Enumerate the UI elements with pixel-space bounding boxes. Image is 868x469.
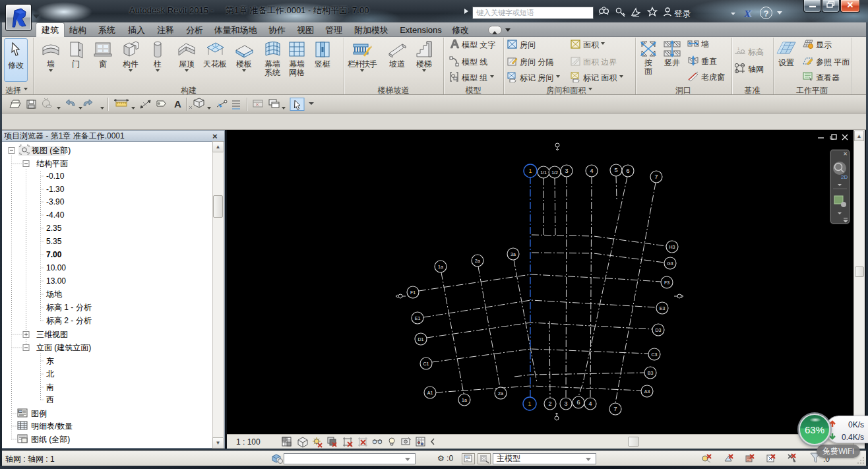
svg-text:结构平面: 结构平面 [36, 159, 68, 168]
svg-text:5.35: 5.35 [46, 237, 62, 246]
svg-text:1a: 1a [438, 265, 443, 269]
svg-text:标高 2 - 分析: 标高 2 - 分析 [46, 316, 92, 325]
svg-text:图例: 图例 [31, 409, 47, 418]
svg-text:7.00: 7.00 [46, 250, 62, 259]
svg-text:F3: F3 [664, 280, 669, 285]
svg-text:6: 6 [576, 399, 580, 406]
svg-text:A1: A1 [427, 391, 433, 395]
svg-text:2D: 2D [841, 174, 848, 180]
svg-text:1: 1 [528, 168, 532, 174]
svg-text:-0.10: -0.10 [46, 172, 65, 181]
svg-text:E1: E1 [415, 316, 421, 321]
svg-text:东: 东 [46, 356, 54, 365]
svg-text:5: 5 [614, 167, 617, 173]
svg-text:1/2: 1/2 [551, 170, 558, 175]
svg-text:D3: D3 [656, 328, 662, 332]
svg-text:B3: B3 [648, 371, 654, 375]
svg-text:C3: C3 [652, 352, 658, 357]
svg-text:1/1: 1/1 [540, 170, 547, 175]
svg-text:场地: 场地 [46, 290, 63, 299]
svg-text:D1: D1 [418, 337, 424, 342]
svg-text:E3: E3 [660, 306, 666, 311]
svg-text:2: 2 [548, 400, 551, 407]
svg-text:X: X [743, 9, 751, 19]
svg-text:F1: F1 [410, 290, 416, 295]
svg-text:1a: 1a [462, 398, 467, 402]
svg-text:明细表/数量: 明细表/数量 [31, 422, 73, 431]
svg-text:三维视图: 三维视图 [36, 330, 68, 339]
svg-text:-3.90: -3.90 [46, 197, 65, 206]
svg-text:3: 3 [565, 168, 568, 174]
svg-text:登录: 登录 [674, 9, 691, 18]
svg-text:13.00: 13.00 [46, 276, 66, 286]
svg-text:1: 1 [737, 47, 740, 51]
svg-text:3: 3 [564, 400, 567, 407]
svg-text:4: 4 [588, 400, 592, 407]
svg-text:6: 6 [626, 168, 629, 174]
svg-text:2a: 2a [498, 391, 503, 396]
svg-text:视图 (全部): 视图 (全部) [31, 146, 71, 155]
svg-text:南: 南 [46, 383, 54, 392]
svg-text:A3: A3 [644, 389, 650, 394]
svg-text:H3: H3 [669, 245, 675, 249]
svg-text:4: 4 [590, 168, 593, 174]
svg-text:10.00: 10.00 [46, 263, 66, 272]
svg-text:2.35: 2.35 [46, 224, 62, 233]
svg-text:7: 7 [613, 406, 617, 412]
svg-text:3a: 3a [511, 252, 516, 257]
svg-text:0K/s: 0K/s [848, 420, 864, 429]
svg-text:西: 西 [46, 395, 54, 404]
svg-text:A: A [174, 98, 181, 109]
svg-text:立面 (建筑立面): 立面 (建筑立面) [36, 343, 91, 352]
svg-text:标高 1 - 分析: 标高 1 - 分析 [46, 303, 92, 312]
svg-text:北: 北 [46, 369, 54, 379]
svg-text:2a: 2a [475, 259, 480, 263]
svg-text:1: 1 [528, 400, 531, 407]
svg-text:C1: C1 [423, 361, 429, 366]
svg-text:图纸 (全部): 图纸 (全部) [31, 435, 70, 444]
svg-text:-4.40: -4.40 [46, 210, 65, 220]
svg-text:7: 7 [654, 173, 658, 180]
svg-text:-1.30: -1.30 [46, 185, 65, 194]
svg-text:G3: G3 [667, 261, 673, 266]
svg-text:0.4K/s: 0.4K/s [842, 433, 864, 442]
